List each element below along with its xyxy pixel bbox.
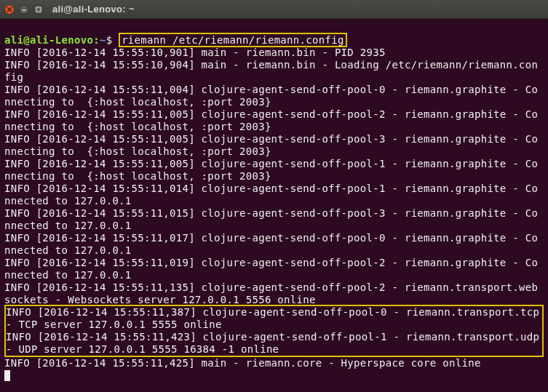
window-title: ali@ali-Lenovo: ~ (52, 4, 135, 15)
log-line: INFO [2016-12-14 15:55:11,387] clojure-a… (6, 306, 546, 330)
log-line: INFO [2016-12-14 15:55:11,425] main - ri… (4, 357, 481, 369)
log-line: INFO [2016-12-14 15:55:11,135] clojure-a… (4, 281, 538, 305)
command-highlight: riemann /etc/riemann/riemann.config (119, 33, 347, 47)
log-line: INFO [2016-12-14 15:55:10,901] main - ri… (4, 47, 386, 58)
prompt-cwd: ~ (100, 34, 106, 46)
log-line: INFO [2016-12-14 15:55:11,005] clojure-a… (4, 158, 538, 182)
log-line: INFO [2016-12-14 15:55:11,017] clojure-a… (4, 232, 538, 256)
prompt-symbol: $ (106, 34, 113, 46)
close-icon[interactable] (4, 4, 15, 15)
tcp-udp-highlight: INFO [2016-12-14 15:55:11,387] clojure-a… (4, 305, 544, 357)
svg-rect-0 (36, 7, 41, 12)
terminal-output[interactable]: ali@ali-Lenovo:~$ riemann /etc/riemann/r… (0, 19, 548, 385)
log-line: INFO [2016-12-14 15:55:11,005] clojure-a… (4, 108, 538, 132)
log-line: INFO [2016-12-14 15:55:11,005] clojure-a… (4, 133, 538, 157)
log-line: INFO [2016-12-14 15:55:10,904] main - ri… (4, 59, 538, 83)
log-line: INFO [2016-12-14 15:55:11,014] clojure-a… (4, 183, 538, 207)
log-line: INFO [2016-12-14 15:55:11,004] clojure-a… (4, 84, 538, 108)
prompt: ali@ali-Lenovo:~$ (4, 34, 112, 46)
log-line: INFO [2016-12-14 15:55:11,019] clojure-a… (4, 257, 538, 281)
minimize-icon[interactable] (19, 4, 29, 15)
maximize-icon[interactable] (33, 4, 44, 15)
log-line: INFO [2016-12-14 15:55:11,015] clojure-a… (4, 207, 538, 231)
command-text: riemann /etc/riemann/riemann.config (122, 34, 344, 46)
window-titlebar: ali@ali-Lenovo: ~ (0, 0, 548, 19)
log-line: INFO [2016-12-14 15:55:11,423] clojure-a… (6, 331, 546, 355)
cursor-icon (4, 370, 10, 381)
prompt-user-host: ali@ali-Lenovo: (4, 34, 100, 46)
